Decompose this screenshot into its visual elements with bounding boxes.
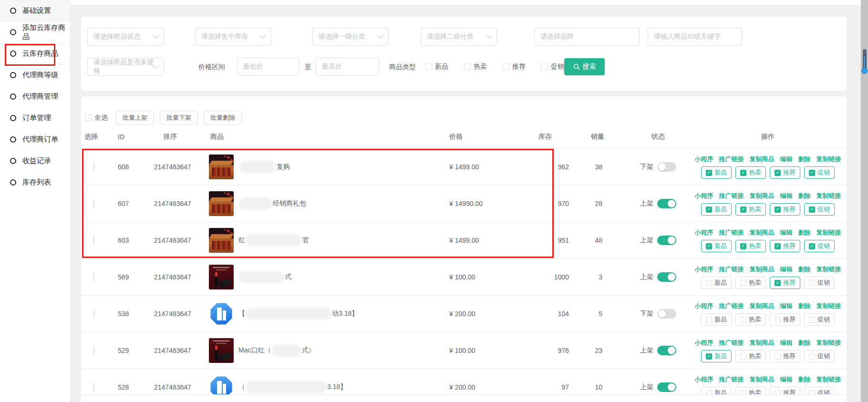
scrollbar-track[interactable] <box>861 0 868 402</box>
action-link-编辑[interactable]: 编辑 <box>780 192 793 200</box>
action-link-编辑[interactable]: 编辑 <box>780 375 793 384</box>
row-checkbox[interactable] <box>93 346 94 355</box>
action-link-复制链接[interactable]: 复制链接 <box>816 302 841 310</box>
action-link-复制链接[interactable]: 复制链接 <box>816 265 841 274</box>
action-link-复制链接[interactable]: 复制链接 <box>816 339 841 347</box>
sidebar-item-7[interactable]: 代理商订单 <box>0 129 70 150</box>
tag-toggle-促销[interactable]: 促销 <box>804 387 835 394</box>
onsale-stock-select[interactable]: 请选择售中库存 <box>195 28 271 46</box>
tag-toggle-热卖[interactable]: 热卖 <box>735 313 766 326</box>
category-level2-select[interactable]: 请选择二级分类 <box>421 28 497 46</box>
select-all[interactable]: 全选 <box>85 113 108 122</box>
action-link-复制链接[interactable]: 复制链接 <box>816 192 841 200</box>
action-link-复制商品[interactable]: 复制商品 <box>750 265 775 274</box>
status-toggle[interactable] <box>657 382 676 392</box>
tag-toggle-推荐[interactable]: 推荐 <box>770 313 800 326</box>
checkbox-icon[interactable] <box>464 63 471 70</box>
tag-toggle-新品[interactable]: 新品 <box>701 203 732 216</box>
action-link-删除[interactable]: 删除 <box>798 192 811 200</box>
row-checkbox[interactable] <box>93 383 94 392</box>
tag-toggle-热卖[interactable]: 热卖 <box>735 240 766 252</box>
action-link-小程序[interactable]: 小程序 <box>695 155 713 164</box>
action-link-小程序[interactable]: 小程序 <box>695 265 713 274</box>
tag-toggle-新品[interactable]: 新品 <box>701 277 732 289</box>
checkbox-icon[interactable] <box>503 63 509 70</box>
action-link-小程序[interactable]: 小程序 <box>695 375 713 384</box>
tag-toggle-促销[interactable]: 促销 <box>804 166 835 179</box>
action-link-推广链接[interactable]: 推广链接 <box>719 302 744 310</box>
tag-toggle-促销[interactable]: 促销 <box>804 313 835 326</box>
action-link-编辑[interactable]: 编辑 <box>780 302 793 310</box>
action-link-复制商品[interactable]: 复制商品 <box>750 339 775 347</box>
action-link-删除[interactable]: 删除 <box>798 155 811 164</box>
batch-button-批量上架[interactable]: 批量上架 <box>116 111 154 125</box>
tag-toggle-热卖[interactable]: 热卖 <box>735 350 766 362</box>
action-link-复制商品[interactable]: 复制商品 <box>750 302 775 310</box>
action-link-删除[interactable]: 删除 <box>798 265 811 274</box>
tag-toggle-促销[interactable]: 促销 <box>804 203 835 216</box>
tag-toggle-新品[interactable]: 新品 <box>701 350 732 362</box>
checkbox-icon[interactable] <box>541 63 548 70</box>
search-button[interactable]: 搜索 <box>564 58 605 75</box>
tag-toggle-新品[interactable]: 新品 <box>701 240 732 252</box>
action-link-小程序[interactable]: 小程序 <box>695 228 713 237</box>
action-link-删除[interactable]: 删除 <box>798 302 811 310</box>
scrollbar-thumb-ball[interactable] <box>861 68 868 74</box>
sidebar-item-1[interactable]: 基础设置 <box>0 0 70 21</box>
tag-toggle-新品[interactable]: 新品 <box>701 166 732 179</box>
tag-toggle-热卖[interactable]: 热卖 <box>735 387 766 394</box>
category-level1-select[interactable]: 请选择一级分类 <box>312 28 389 46</box>
action-link-编辑[interactable]: 编辑 <box>780 228 793 237</box>
type-checkbox-促销[interactable]: 促销 <box>541 62 564 71</box>
checkbox-icon[interactable] <box>425 63 432 70</box>
action-link-编辑[interactable]: 编辑 <box>780 265 793 274</box>
max-price-input[interactable]: 最高价 <box>316 58 379 76</box>
sidebar-item-2[interactable]: 添加云库存商品 <box>0 21 70 43</box>
batch-button-批量下架[interactable]: 批量下架 <box>160 111 198 125</box>
min-price-input[interactable]: 最低价 <box>237 58 299 76</box>
action-link-复制链接[interactable]: 复制链接 <box>816 155 841 164</box>
action-link-编辑[interactable]: 编辑 <box>780 155 793 164</box>
sidebar-item-3[interactable]: 云库存商品 <box>0 43 70 64</box>
tag-toggle-推荐[interactable]: 推荐 <box>770 240 800 252</box>
batch-button-批量删除[interactable]: 批量删除 <box>204 111 242 125</box>
action-link-复制链接[interactable]: 复制链接 <box>816 375 841 384</box>
keyword-input[interactable]: 请输入商品ID或关键字 <box>648 28 742 46</box>
sidebar-item-4[interactable]: 代理商等级 <box>0 64 70 86</box>
tag-toggle-推荐[interactable]: 推荐 <box>770 350 800 362</box>
tag-toggle-促销[interactable]: 促销 <box>804 240 835 252</box>
action-link-推广链接[interactable]: 推广链接 <box>719 155 744 164</box>
tag-toggle-新品[interactable]: 新品 <box>701 313 732 326</box>
action-link-删除[interactable]: 删除 <box>798 228 811 237</box>
row-checkbox[interactable] <box>93 309 94 318</box>
tag-toggle-热卖[interactable]: 热卖 <box>735 203 766 216</box>
action-link-复制商品[interactable]: 复制商品 <box>750 155 775 164</box>
row-checkbox[interactable] <box>93 163 94 171</box>
status-toggle[interactable] <box>657 162 676 172</box>
action-link-小程序[interactable]: 小程序 <box>695 302 713 310</box>
action-link-复制链接[interactable]: 复制链接 <box>816 228 841 237</box>
action-link-小程序[interactable]: 小程序 <box>695 339 713 347</box>
select-all-checkbox[interactable] <box>85 114 92 121</box>
type-checkbox-新品[interactable]: 新品 <box>425 62 448 71</box>
action-link-推广链接[interactable]: 推广链接 <box>719 228 744 237</box>
action-link-小程序[interactable]: 小程序 <box>695 192 713 200</box>
action-link-复制商品[interactable]: 复制商品 <box>750 192 775 200</box>
row-checkbox[interactable] <box>93 236 94 245</box>
tag-toggle-推荐[interactable]: 推荐 <box>770 203 800 216</box>
tag-toggle-促销[interactable]: 促销 <box>804 277 835 289</box>
sidebar-item-8[interactable]: 收益记录 <box>0 150 70 172</box>
status-toggle[interactable] <box>657 272 676 282</box>
multi-spec-select[interactable]: 请选择商品是否多规格 <box>87 58 164 76</box>
tag-toggle-新品[interactable]: 新品 <box>701 387 732 394</box>
tag-toggle-热卖[interactable]: 热卖 <box>735 166 766 179</box>
action-link-推广链接[interactable]: 推广链接 <box>719 375 744 384</box>
row-checkbox[interactable] <box>93 199 94 208</box>
action-link-推广链接[interactable]: 推广链接 <box>719 339 744 347</box>
row-checkbox[interactable] <box>93 273 94 281</box>
type-checkbox-热卖[interactable]: 热卖 <box>464 62 487 71</box>
action-link-删除[interactable]: 删除 <box>798 375 811 384</box>
action-link-推广链接[interactable]: 推广链接 <box>719 265 744 274</box>
type-checkbox-推荐[interactable]: 推荐 <box>503 62 526 71</box>
action-link-编辑[interactable]: 编辑 <box>780 339 793 347</box>
